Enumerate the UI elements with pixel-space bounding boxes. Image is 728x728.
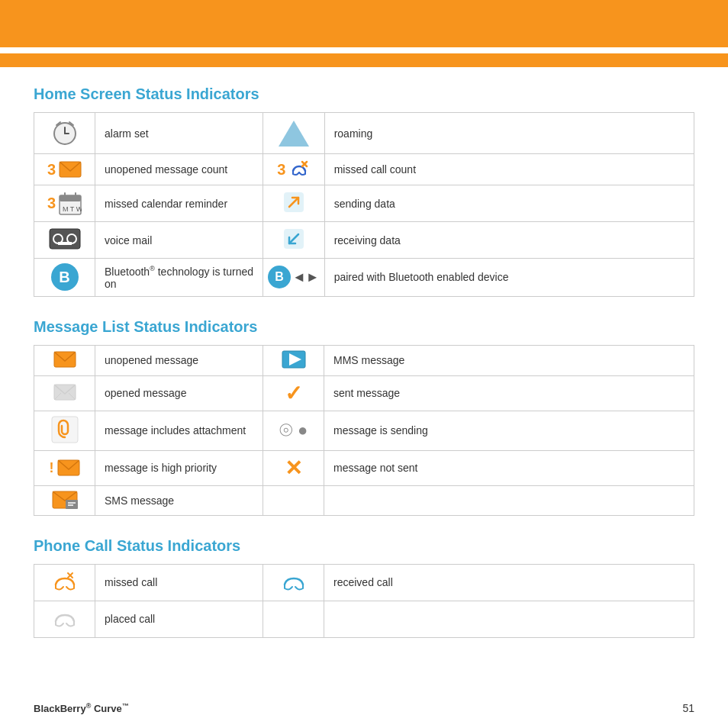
svg-rect-28 bbox=[66, 500, 78, 509]
calendar-icon-cell: 3 M T W bbox=[34, 185, 95, 222]
priority-msg-icon-cell: ! bbox=[34, 450, 95, 485]
bluetooth-paired-icon-cell: B ◄► bbox=[263, 259, 325, 297]
bluetooth-desc: Bluetooth® technology is turned on bbox=[95, 259, 263, 297]
x-mark-icon: ✕ bbox=[285, 456, 302, 480]
not-sent-desc: message not sent bbox=[324, 450, 694, 485]
voicemail-icon bbox=[49, 228, 81, 250]
sending-msg-icon-cell: ⦾ ● bbox=[263, 411, 324, 450]
table-row: 3 M T W missed calendar reminder bbox=[34, 185, 694, 222]
calendar-desc: missed calendar reminder bbox=[95, 185, 263, 222]
count-badge: 3 bbox=[47, 161, 56, 179]
header-bar-thin bbox=[0, 53, 728, 67]
phone-call-section-title: Phone Call Status Indicators bbox=[34, 537, 694, 555]
missed-call-count-icon bbox=[288, 159, 310, 180]
roaming-icon-cell bbox=[263, 113, 325, 154]
receiving-data-icon bbox=[282, 227, 306, 251]
placed-call-icon bbox=[53, 606, 77, 630]
unopened-msg-desc: unopened message bbox=[95, 345, 263, 375]
bluetooth-paired-desc: paired with Bluetooth enabled device bbox=[324, 259, 694, 297]
home-screen-table: alarm set roaming 3 unopened message cou bbox=[34, 112, 694, 297]
table-row: opened message ✓ sent message bbox=[34, 375, 694, 411]
sending-msg-desc: message is sending bbox=[324, 411, 694, 450]
receiving-data-icon-cell bbox=[263, 222, 325, 259]
exclamation-icon: ! bbox=[50, 460, 54, 476]
mms-icon-cell bbox=[263, 345, 324, 375]
message-list-table: unopened message MMS message opened mess… bbox=[34, 345, 694, 516]
placed-call-desc: placed call bbox=[95, 601, 263, 637]
table-row: SMS message bbox=[34, 485, 694, 515]
received-call-icon-cell bbox=[263, 564, 324, 601]
sending-data-icon-cell bbox=[263, 185, 325, 222]
table-row: voice mail receiving data bbox=[34, 222, 694, 259]
sent-msg-icon-cell: ✓ bbox=[263, 375, 324, 411]
sms-icon bbox=[52, 491, 78, 511]
header-bar-top bbox=[0, 0, 728, 47]
unopened-count-desc: unopened message count bbox=[95, 154, 263, 185]
bluetooth-icon-cell: B bbox=[34, 259, 95, 297]
attachment-icon-cell bbox=[34, 411, 95, 450]
sms-icon-cell bbox=[34, 485, 95, 515]
speaker-icon: ◄► bbox=[292, 269, 320, 285]
bluetooth-paired-icon: B bbox=[268, 266, 291, 288]
opened-msg-icon bbox=[53, 384, 76, 401]
missed-call-icon-cell bbox=[34, 564, 95, 601]
svg-text:M T W: M T W bbox=[63, 205, 82, 213]
footer: BlackBerry® Curve™ 51 bbox=[34, 702, 694, 714]
unopened-msg-icon-cell bbox=[34, 345, 95, 375]
priority-envelope-icon bbox=[57, 459, 80, 476]
empty-desc-1 bbox=[324, 485, 694, 515]
alarm-icon bbox=[50, 118, 79, 147]
table-row: placed call bbox=[34, 601, 694, 637]
table-row: message includes attachment ⦾ ● message … bbox=[34, 411, 694, 450]
footer-page: 51 bbox=[682, 702, 694, 714]
message-list-section-title: Message List Status Indicators bbox=[34, 318, 694, 336]
sending-waves-icon: ⦾ ● bbox=[279, 420, 308, 440]
table-row: 3 unopened message count 3 bbox=[34, 154, 694, 185]
header-divider bbox=[0, 47, 728, 53]
sending-data-icon bbox=[282, 190, 306, 214]
attachment-desc: message includes attachment bbox=[95, 411, 263, 450]
roaming-desc: roaming bbox=[324, 113, 694, 154]
sent-msg-desc: sent message bbox=[324, 375, 694, 411]
attachment-icon bbox=[51, 416, 79, 443]
phone-call-table: missed call received call placed call bbox=[34, 564, 694, 638]
envelope-orange-icon bbox=[59, 161, 82, 178]
empty-icon-cell-2 bbox=[263, 601, 324, 637]
received-call-desc: received call bbox=[324, 564, 694, 601]
receiving-data-desc: receiving data bbox=[324, 222, 694, 259]
table-row: unopened message MMS message bbox=[34, 345, 694, 375]
checkmark-icon: ✓ bbox=[285, 382, 302, 405]
voicemail-icon-cell bbox=[34, 222, 95, 259]
sms-desc: SMS message bbox=[95, 485, 263, 515]
sending-data-desc: sending data bbox=[324, 185, 694, 222]
missed-call-count-desc: missed call count bbox=[324, 154, 694, 185]
calendar-icon: M T W bbox=[59, 192, 82, 215]
missed-call-icon bbox=[53, 569, 77, 594]
unopened-count-icon-cell: 3 bbox=[34, 154, 95, 185]
empty-icon-cell-1 bbox=[263, 485, 324, 515]
footer-brand: BlackBerry® Curve™ bbox=[34, 702, 129, 714]
voicemail-desc: voice mail bbox=[95, 222, 263, 259]
roaming-triangle-icon bbox=[279, 121, 309, 147]
opened-msg-icon-cell bbox=[34, 375, 95, 411]
unopened-msg-icon bbox=[53, 351, 76, 368]
missed-call-desc: missed call bbox=[95, 564, 263, 601]
missed-call-count-icon-cell: 3 bbox=[263, 154, 325, 185]
table-row: missed call received call bbox=[34, 564, 694, 601]
received-call-icon bbox=[282, 569, 306, 594]
home-screen-section-title: Home Screen Status Indicators bbox=[34, 85, 694, 103]
table-row: ! message is high priority ✕ message not… bbox=[34, 450, 694, 485]
mms-desc: MMS message bbox=[324, 345, 694, 375]
priority-msg-desc: message is high priority bbox=[95, 450, 263, 485]
bluetooth-icon: B bbox=[51, 263, 79, 291]
missed-count-badge: 3 bbox=[277, 161, 285, 179]
opened-msg-desc: opened message bbox=[95, 375, 263, 411]
svg-rect-17 bbox=[58, 242, 72, 245]
table-row: alarm set roaming bbox=[34, 113, 694, 154]
not-sent-icon-cell: ✕ bbox=[263, 450, 324, 485]
mms-icon bbox=[282, 350, 306, 369]
empty-desc-2 bbox=[324, 601, 694, 637]
cal-badge: 3 bbox=[47, 195, 56, 212]
placed-call-icon-cell bbox=[34, 601, 95, 637]
alarm-desc: alarm set bbox=[95, 113, 263, 154]
